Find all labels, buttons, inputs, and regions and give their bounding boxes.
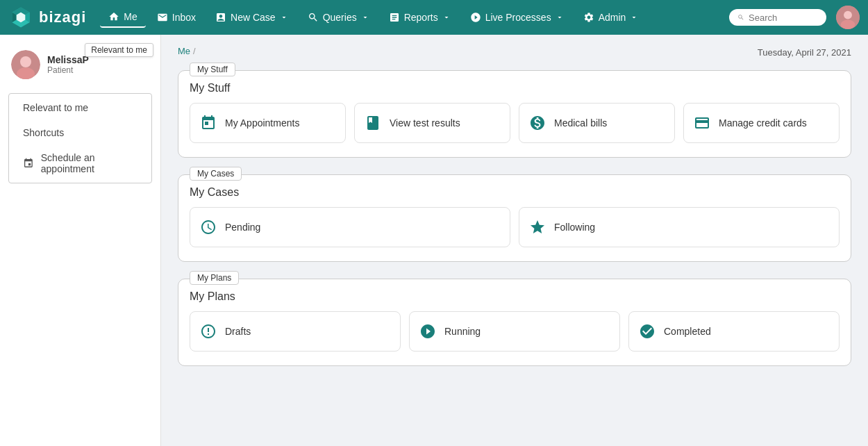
card-my-appointments-label: My Appointments (225, 117, 299, 129)
book-icon (365, 115, 381, 131)
svg-point-6 (844, 11, 852, 19)
drafts-icon (200, 323, 217, 340)
card-completed[interactable]: Completed (628, 311, 840, 352)
card-manage-credit-cards-label: Manage credit cards (719, 117, 807, 129)
sidebar-item-schedule[interactable]: Schedule an appointment (9, 145, 151, 181)
card-running[interactable]: Running (409, 311, 620, 352)
nav-admin-label: Admin (599, 12, 626, 23)
svg-point-9 (20, 56, 31, 67)
navbar: bizagi Me Inbox New Case Queries Reports… (0, 0, 868, 35)
search-input[interactable] (749, 13, 818, 23)
search-icon (737, 12, 744, 23)
sidebar-avatar (11, 50, 40, 79)
card-pending[interactable]: Pending (190, 207, 510, 247)
card-drafts[interactable]: Drafts (190, 311, 401, 352)
user-avatar-nav[interactable] (836, 6, 860, 29)
star-icon (529, 219, 546, 236)
nav-queries[interactable]: Queries (299, 8, 378, 27)
my-plans-tag: My Plans (190, 271, 239, 285)
creditcard-icon (694, 115, 710, 131)
sidebar-username: MelissaP (47, 54, 89, 65)
content-area: Relevant to me MelissaP Patient Relevant… (0, 35, 868, 446)
card-completed-label: Completed (664, 326, 711, 337)
nav-me[interactable]: Me (100, 7, 145, 28)
my-cases-tag: My Cases (190, 167, 242, 181)
breadcrumb-separator: / (193, 46, 196, 56)
nav-new-case-label: New Case (231, 12, 276, 23)
card-medical-bills[interactable]: Medical bills (519, 103, 675, 143)
pending-icon (200, 219, 217, 236)
nav-queries-label: Queries (323, 12, 357, 23)
card-pending-label: Pending (225, 222, 260, 233)
my-plans-section: My Plans My Plans Drafts Running (178, 279, 851, 366)
bills-icon (529, 115, 546, 131)
card-running-label: Running (444, 326, 481, 337)
relevant-badge: Relevant to me (85, 43, 153, 57)
sidebar-item-relevant-to-me[interactable]: Relevant to me (9, 95, 151, 120)
nav-admin[interactable]: Admin (575, 8, 647, 27)
svg-point-7 (841, 19, 855, 29)
logo-text: bizagi (39, 8, 86, 26)
card-medical-bills-label: Medical bills (554, 117, 607, 129)
my-cases-section: My Cases My Cases Pending Following (178, 174, 851, 262)
my-stuff-cards: My Appointments View test results Medica… (190, 103, 840, 143)
appointments-icon (200, 115, 217, 131)
main-content: Me / Tuesday, April 27, 2021 My Stuff My… (161, 35, 868, 446)
nav-new-case[interactable]: New Case (207, 8, 297, 27)
sidebar-menu-box: Relevant to me Shortcuts Schedule an app… (8, 93, 152, 183)
schedule-icon (23, 157, 34, 170)
nav-inbox[interactable]: Inbox (149, 8, 204, 27)
search-box[interactable] (729, 9, 826, 26)
my-stuff-section: My Stuff My Stuff My Appointments View t… (178, 70, 851, 158)
nav-live-processes-label: Live Processes (485, 12, 551, 23)
my-plans-title: My Plans (190, 290, 840, 303)
card-manage-credit-cards[interactable]: Manage credit cards (683, 103, 840, 143)
sidebar: Relevant to me MelissaP Patient Relevant… (0, 35, 161, 446)
breadcrumb: Me / (178, 46, 196, 56)
my-cases-cards: Pending Following (190, 207, 840, 247)
my-plans-cards: Drafts Running Completed (190, 311, 840, 352)
sidebar-role: Patient (47, 65, 89, 75)
nav-reports[interactable]: Reports (381, 8, 459, 27)
logo[interactable]: bizagi (8, 5, 86, 30)
sidebar-item-shortcuts[interactable]: Shortcuts (9, 120, 151, 145)
card-my-appointments[interactable]: My Appointments (190, 103, 346, 143)
running-icon (419, 323, 436, 340)
date-label: Tuesday, April 27, 2021 (758, 47, 851, 58)
sidebar-schedule-label: Schedule an appointment (41, 152, 137, 174)
breadcrumb-me[interactable]: Me (178, 46, 190, 56)
nav-me-label: Me (124, 11, 137, 22)
completed-icon (639, 323, 656, 340)
nav-inbox-label: Inbox (172, 12, 196, 23)
card-view-test-results[interactable]: View test results (354, 103, 510, 143)
nav-live-processes[interactable]: Live Processes (462, 8, 572, 27)
my-stuff-title: My Stuff (190, 82, 840, 94)
top-bar: Me / Tuesday, April 27, 2021 (178, 46, 851, 59)
nav-reports-label: Reports (404, 12, 438, 23)
my-stuff-tag: My Stuff (190, 63, 235, 76)
card-drafts-label: Drafts (225, 326, 251, 337)
card-following[interactable]: Following (519, 207, 840, 247)
card-view-test-results-label: View test results (390, 117, 460, 129)
card-following-label: Following (554, 222, 595, 233)
my-cases-title: My Cases (190, 186, 840, 199)
